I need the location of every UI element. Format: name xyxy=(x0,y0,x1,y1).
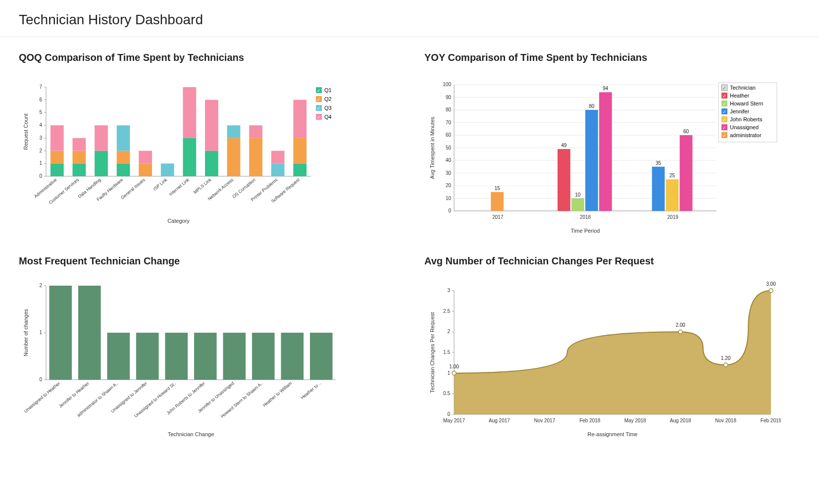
svg-rect-52 xyxy=(271,151,285,164)
svg-rect-54 xyxy=(293,163,307,176)
svg-text:70: 70 xyxy=(446,120,452,125)
svg-text:Q2: Q2 xyxy=(324,96,332,102)
svg-rect-43 xyxy=(205,100,218,151)
svg-text:3: 3 xyxy=(39,135,42,141)
svg-text:ISP Link: ISP Link xyxy=(153,177,168,192)
svg-text:2.00: 2.00 xyxy=(675,322,685,328)
svg-text:80: 80 xyxy=(446,107,452,112)
svg-text:60: 60 xyxy=(683,129,689,134)
svg-rect-99 xyxy=(558,149,570,211)
svg-rect-55 xyxy=(293,138,307,163)
svg-rect-31 xyxy=(117,151,130,164)
svg-text:administrator: administrator xyxy=(730,132,762,138)
svg-text:✓: ✓ xyxy=(317,88,321,93)
svg-text:1.5: 1.5 xyxy=(443,350,450,355)
svg-rect-42 xyxy=(205,151,218,176)
svg-rect-21 xyxy=(51,125,64,151)
chart-qoq: 01234567Request CountAdministrativeCusto… xyxy=(19,77,395,226)
svg-text:15: 15 xyxy=(495,186,501,191)
svg-text:Nov 2017: Nov 2017 xyxy=(534,418,555,423)
svg-text:3.00: 3.00 xyxy=(766,281,776,287)
svg-rect-157 xyxy=(194,333,217,380)
svg-rect-151 xyxy=(107,333,130,380)
svg-rect-112 xyxy=(680,135,693,211)
svg-rect-163 xyxy=(281,333,304,380)
svg-rect-30 xyxy=(117,163,130,176)
svg-text:10: 10 xyxy=(575,192,581,198)
svg-text:0: 0 xyxy=(447,411,450,417)
svg-text:2: 2 xyxy=(39,283,42,288)
svg-text:✓: ✓ xyxy=(722,86,726,91)
svg-rect-96 xyxy=(491,192,504,211)
svg-rect-20 xyxy=(51,151,64,164)
svg-text:Heather: Heather xyxy=(730,93,749,99)
svg-rect-159 xyxy=(223,333,246,380)
dashboard-grid: QOQ Comparison of Time Spent by Technici… xyxy=(0,37,819,454)
svg-rect-32 xyxy=(117,125,130,151)
svg-text:1: 1 xyxy=(39,330,42,335)
svg-text:100: 100 xyxy=(443,82,451,87)
svg-text:Technician: Technician xyxy=(730,85,756,91)
svg-text:2018: 2018 xyxy=(580,214,591,220)
svg-rect-51 xyxy=(271,163,285,176)
svg-text:4: 4 xyxy=(39,122,42,128)
svg-rect-27 xyxy=(95,151,108,176)
svg-text:✓: ✓ xyxy=(722,117,726,122)
svg-text:Q4: Q4 xyxy=(324,114,332,120)
svg-text:May 2017: May 2017 xyxy=(443,418,465,423)
chart-svg-qoq: 01234567Request CountAdministrativeCusto… xyxy=(19,77,346,226)
svg-text:50: 50 xyxy=(446,145,452,151)
svg-text:Category: Category xyxy=(167,218,190,224)
svg-text:0: 0 xyxy=(39,173,42,179)
svg-text:7: 7 xyxy=(39,84,42,90)
page-title: Technician History Dashboard xyxy=(19,12,800,28)
svg-text:2.5: 2.5 xyxy=(443,308,450,314)
svg-text:40: 40 xyxy=(446,157,452,163)
svg-text:Feb 2018: Feb 2018 xyxy=(579,418,601,423)
svg-text:Re-assignment Time: Re-assignment Time xyxy=(588,431,638,437)
svg-text:2: 2 xyxy=(447,329,450,334)
svg-text:0.5: 0.5 xyxy=(443,391,450,396)
svg-rect-153 xyxy=(136,333,159,380)
svg-rect-28 xyxy=(95,125,108,151)
chart-avg: 00.511.522.53Technician Changes Per Requ… xyxy=(424,281,800,439)
svg-rect-40 xyxy=(183,87,196,138)
svg-rect-110 xyxy=(666,179,679,211)
svg-text:1: 1 xyxy=(447,370,450,376)
svg-rect-149 xyxy=(78,286,101,380)
svg-text:Howard Stern: Howard Stern xyxy=(730,101,763,106)
panel-freq: Most Frequent Technician Change 012Numbe… xyxy=(19,255,395,439)
svg-text:Avg Timespent in Minutes: Avg Timespent in Minutes xyxy=(429,116,435,179)
svg-rect-103 xyxy=(585,110,598,211)
svg-rect-147 xyxy=(49,286,72,380)
svg-text:Internet Link: Internet Link xyxy=(168,177,191,197)
svg-text:30: 30 xyxy=(446,170,452,176)
svg-rect-37 xyxy=(161,163,174,176)
svg-text:Jennifer: Jennifer xyxy=(730,108,749,114)
svg-text:Unassigned to Heather: Unassigned to Heather xyxy=(23,381,61,414)
svg-text:1: 1 xyxy=(39,160,42,166)
svg-text:✓: ✓ xyxy=(722,109,726,114)
svg-text:Jennifer to Heather: Jennifer to Heather xyxy=(58,381,90,409)
chart-yoy: 0102030405060708090100Avg Timespent in M… xyxy=(424,77,800,236)
panel-qoq: QOQ Comparison of Time Spent by Technici… xyxy=(19,52,395,236)
chart-svg-freq: 012Number of changesUnassigned to Heathe… xyxy=(19,281,346,439)
svg-rect-25 xyxy=(73,138,86,151)
svg-text:Feb 2019: Feb 2019 xyxy=(761,418,781,423)
svg-rect-101 xyxy=(571,199,584,211)
svg-rect-49 xyxy=(249,125,262,138)
svg-text:General Issues: General Issues xyxy=(120,177,146,201)
svg-rect-45 xyxy=(227,138,241,176)
svg-rect-108 xyxy=(652,167,665,211)
svg-text:94: 94 xyxy=(603,86,609,91)
svg-text:90: 90 xyxy=(446,95,452,100)
svg-text:Request Count: Request Count xyxy=(23,113,29,150)
svg-text:80: 80 xyxy=(589,103,595,109)
panel-avg: Avg Number of Technician Changes Per Req… xyxy=(424,255,800,439)
page-header: Technician History Dashboard xyxy=(0,0,819,37)
svg-text:✓: ✓ xyxy=(317,106,321,111)
svg-rect-48 xyxy=(249,138,262,176)
svg-text:✓: ✓ xyxy=(722,101,726,106)
svg-text:6: 6 xyxy=(39,97,42,102)
svg-rect-155 xyxy=(165,333,188,380)
